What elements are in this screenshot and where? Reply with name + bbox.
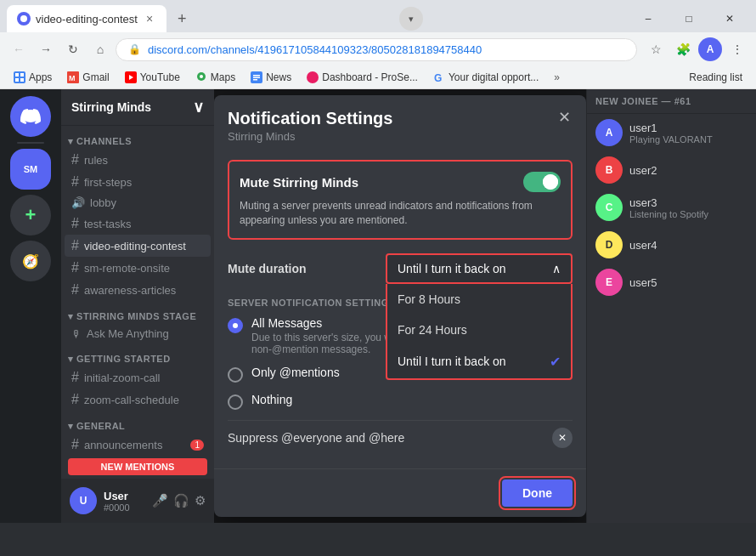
channel-name-video-editing: video-editing-contest — [84, 240, 186, 252]
server-name: Stirring Minds — [71, 100, 151, 114]
suppress-label: Suppress @everyone and @here — [228, 431, 404, 445]
home-button[interactable]: ⌂ — [88, 37, 112, 61]
member-info-3: user3 Listening to Spotify — [629, 196, 708, 219]
mute-label: Mute Stirring Minds — [240, 175, 358, 190]
bookmark-maps[interactable]: Maps — [189, 69, 242, 86]
member-item-2[interactable]: B user2 — [587, 151, 756, 189]
member-item-5[interactable]: E user5 — [587, 264, 756, 301]
server-header[interactable]: Stirring Minds ∨ — [61, 89, 214, 126]
modal-footer: Done — [214, 468, 586, 517]
menu-button[interactable]: ⋮ — [725, 37, 749, 61]
active-tab[interactable]: video-editing-contest × — [7, 5, 166, 32]
bookmark-dashboard[interactable]: Dashboard - ProSe... — [300, 69, 425, 86]
server-divider — [17, 142, 44, 144]
bookmark-youtube[interactable]: YouTube — [118, 69, 187, 86]
server-icon-add[interactable]: + — [10, 195, 51, 235]
svg-rect-3 — [15, 78, 19, 82]
bookmark-google[interactable]: G Your digital opport... — [426, 69, 545, 86]
channel-item-lobby[interactable]: 🔊 lobby — [65, 193, 211, 213]
radio-circle-mentions — [228, 367, 243, 383]
channel-name-ask-me: Ask Me Anything — [87, 327, 169, 340]
channel-item-ask-me[interactable]: 🎙 Ask Me Anything — [65, 324, 211, 343]
member-name-5: user5 — [629, 276, 657, 289]
lock-icon: 🔒 — [128, 43, 141, 55]
radio-mentions-text: Only @mentions — [251, 366, 340, 379]
done-button[interactable]: Done — [502, 479, 573, 507]
svg-rect-11 — [253, 77, 260, 79]
section-general[interactable]: ▾ GENERAL — [61, 411, 214, 434]
new-mentions-button[interactable]: NEW MENTIONS — [68, 458, 207, 475]
new-tab-button[interactable]: + — [170, 7, 194, 31]
channel-name-rules: rules — [84, 154, 108, 167]
extensions-button[interactable]: 🧩 — [671, 37, 695, 61]
tab-close-button[interactable]: × — [143, 10, 156, 27]
section-stirring-minds-stage[interactable]: ▾ STIRRING MINDS STAGE — [61, 301, 214, 324]
channel-item-sm-remote[interactable]: # sm-remote-onsite — [65, 257, 211, 279]
username: User — [104, 490, 130, 502]
mute-section: Mute Stirring Minds Muting a server prev… — [228, 160, 573, 240]
back-button[interactable]: ← — [7, 37, 31, 61]
dashboard-icon — [307, 71, 319, 83]
svg-text:M: M — [69, 74, 76, 82]
channel-item-announcements[interactable]: # announcements 1 — [65, 434, 211, 455]
dropdown-option-until[interactable]: Until I turn it back on ✔ — [387, 345, 571, 378]
channel-name-zoom-schedule: zoom-call-schedule — [84, 394, 179, 406]
server-icon-explore[interactable]: 🧭 — [10, 241, 51, 281]
forward-button[interactable]: → — [34, 37, 58, 61]
member-item-3[interactable]: C user3 Listening to Spotify — [587, 189, 756, 226]
member-item-1[interactable]: A user1 Playing VALORANT — [587, 114, 756, 151]
mute-toggle[interactable] — [523, 172, 561, 192]
channel-item-test-tasks[interactable]: # test-tasks — [65, 213, 211, 235]
channel-item-zoom-schedule[interactable]: # zoom-call-schedule — [65, 389, 211, 411]
reading-list-button[interactable]: Reading list — [682, 69, 749, 86]
discord-app: SM + 🧭 Stirring Minds ∨ ▾ Channels # rul… — [0, 89, 756, 523]
modal-header: Notification Settings Stirring Minds ✕ — [214, 95, 586, 150]
bookmark-gmail[interactable]: M Gmail — [60, 69, 116, 86]
profile-dropdown[interactable]: ▾ — [399, 7, 423, 31]
selected-option-label: Until I turn it back on — [398, 262, 506, 275]
suppress-x-button[interactable]: ✕ — [552, 428, 573, 448]
refresh-button[interactable]: ↻ — [61, 37, 85, 61]
member-name-1: user1 — [629, 122, 713, 134]
address-bar[interactable]: 🔒 discord.com/channels/41961710584410932… — [116, 38, 637, 61]
hash-icon: # — [71, 174, 79, 190]
bookmarks-more-button[interactable]: » — [549, 69, 565, 86]
dashboard-label: Dashboard - ProSe... — [322, 71, 418, 83]
channel-item-awareness[interactable]: # awareness-articles — [65, 279, 211, 301]
section-getting-started[interactable]: ▾ GETTING STARTED — [61, 343, 214, 366]
server-icon-stirring-minds[interactable]: SM — [10, 149, 51, 190]
close-button[interactable]: ✕ — [710, 5, 749, 32]
channel-item-video-editing[interactable]: # video-editing-contest — [65, 235, 211, 257]
check-icon: ✔ — [550, 354, 561, 370]
radio-circle-all — [228, 318, 243, 333]
svg-rect-2 — [20, 73, 24, 77]
deafen-icon[interactable]: 🎧 — [173, 493, 189, 508]
bookmark-star-button[interactable]: ☆ — [644, 37, 668, 61]
radio-nothing[interactable]: Nothing — [228, 393, 573, 410]
dropdown-selected-value[interactable]: Until I turn it back on ∧ — [386, 253, 573, 284]
server-header-chevron: ∨ — [193, 98, 204, 116]
nav-bar: ← → ↻ ⌂ 🔒 discord.com/channels/419617105… — [0, 32, 756, 66]
channel-item-first-steps[interactable]: # first-steps — [65, 171, 211, 193]
discord-home-icon[interactable] — [10, 96, 51, 137]
bookmark-news[interactable]: News — [244, 69, 298, 86]
member-item-4[interactable]: D user4 — [587, 226, 756, 264]
mute-duration-dropdown[interactable]: Until I turn it back on ∧ For 8 Hours Fo… — [386, 253, 573, 284]
news-label: News — [266, 71, 291, 83]
mute-icon[interactable]: 🎤 — [152, 493, 168, 508]
maximize-button[interactable]: □ — [669, 5, 708, 32]
channel-name-initial-zoom: initial-zoom-call — [84, 372, 161, 384]
channel-item-initial-zoom[interactable]: # initial-zoom-call — [65, 366, 211, 389]
channel-item-rules[interactable]: # rules — [65, 149, 211, 171]
hash-icon: # — [71, 152, 79, 167]
dropdown-option-24hr[interactable]: For 24 Hours — [387, 315, 571, 345]
channel-name-test-tasks: test-tasks — [84, 218, 132, 230]
minimize-button[interactable]: – — [629, 5, 668, 32]
dropdown-option-8hr[interactable]: For 8 Hours — [387, 284, 571, 315]
settings-icon[interactable]: ⚙ — [195, 493, 206, 508]
toggle-check-icon — [543, 174, 558, 190]
modal-close-button[interactable]: ✕ — [552, 105, 576, 129]
radio-label-nothing: Nothing — [251, 393, 292, 406]
profile-avatar[interactable]: A — [698, 37, 722, 61]
bookmark-apps[interactable]: Apps — [7, 69, 59, 86]
